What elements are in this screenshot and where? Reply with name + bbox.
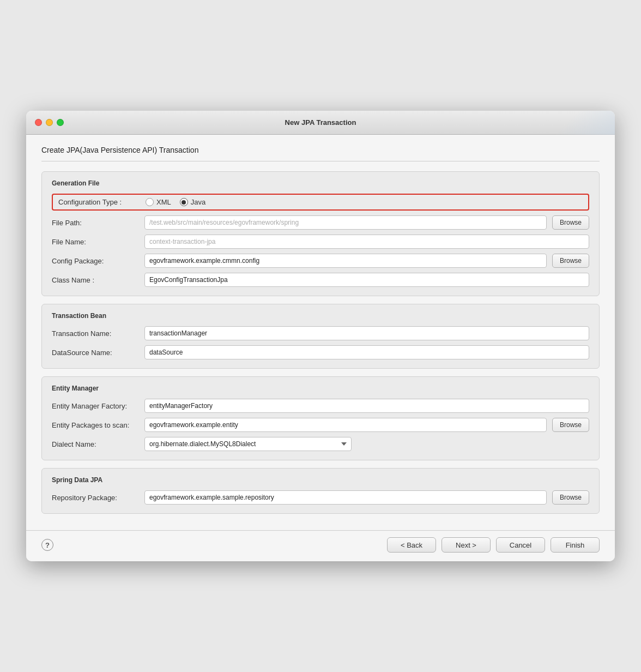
radio-xml-label: XML [156,198,171,206]
footer: ? < Back Next > Cancel Finish [26,530,615,561]
main-window: New JPA Transaction Create JPA(Java Pers… [26,111,615,561]
title-bar-gradient [539,111,615,135]
dialect-name-label: Dialect Name: [52,440,144,448]
datasource-name-label: DataSource Name: [52,349,144,357]
file-path-row: File Path: Browse [52,215,589,230]
entity-manager-title: Entity Manager [52,385,589,392]
config-type-label: Configuration Type : [58,198,146,206]
footer-buttons: < Back Next > Cancel Finish [387,537,600,553]
class-name-row: Class Name : [52,273,589,287]
maximize-button[interactable] [57,119,64,126]
page-subtitle: Create JPA(Java Persistence API) Transac… [41,146,600,161]
config-type-row: Configuration Type : XML Java [52,194,589,211]
transaction-name-row: Transaction Name: [52,326,589,340]
entity-packages-label: Entity Packages to scan: [52,421,144,429]
repository-package-row: Repository Package: Browse [52,490,589,505]
generation-file-title: Generation File [52,179,589,187]
dialect-name-row: Dialect Name: org.hibernate.dialect.MySQ… [52,437,589,451]
config-type-radio-group: XML Java [146,198,205,206]
entity-packages-row: Entity Packages to scan: Browse [52,418,589,432]
radio-xml[interactable]: XML [146,198,171,206]
cancel-button[interactable]: Cancel [496,537,545,553]
dialect-name-select[interactable]: org.hibernate.dialect.MySQL8Dialect org.… [144,437,352,451]
entity-manager-section: Entity Manager Entity Manager Factory: E… [41,376,600,460]
entity-factory-input[interactable] [144,399,589,413]
help-button[interactable]: ? [41,539,53,551]
next-button[interactable]: Next > [442,537,491,553]
minimize-button[interactable] [46,119,53,126]
transaction-bean-title: Transaction Bean [52,312,589,320]
file-path-input[interactable] [144,215,547,230]
radio-java[interactable]: Java [180,198,205,206]
window-body: Create JPA(Java Persistence API) Transac… [26,135,615,530]
class-name-input[interactable] [144,273,589,287]
finish-button[interactable]: Finish [551,537,600,553]
footer-left: ? [41,539,53,551]
spring-data-jpa-section: Spring Data JPA Repository Package: Brow… [41,468,600,514]
spring-data-jpa-title: Spring Data JPA [52,476,589,484]
file-name-input[interactable] [144,235,589,249]
back-button[interactable]: < Back [387,537,436,553]
file-name-row: File Name: [52,235,589,249]
radio-xml-circle[interactable] [146,198,154,206]
entity-packages-browse-button[interactable]: Browse [552,418,589,432]
file-path-label: File Path: [52,219,144,227]
file-path-browse-button[interactable]: Browse [552,215,589,230]
repository-package-browse-button[interactable]: Browse [552,490,589,505]
config-package-row: Config Package: Browse [52,254,589,268]
repository-package-input[interactable] [144,490,547,505]
title-bar: New JPA Transaction [26,111,615,135]
entity-factory-label: Entity Manager Factory: [52,402,144,410]
entity-packages-input[interactable] [144,418,547,432]
radio-java-circle[interactable] [180,198,188,206]
entity-factory-row: Entity Manager Factory: [52,399,589,413]
file-name-label: File Name: [52,238,144,246]
traffic-lights [35,119,64,126]
config-package-browse-button[interactable]: Browse [552,254,589,268]
transaction-name-label: Transaction Name: [52,329,144,338]
datasource-name-input[interactable] [144,345,589,359]
class-name-label: Class Name : [52,276,144,284]
config-package-label: Config Package: [52,257,144,265]
transaction-name-input[interactable] [144,326,589,340]
repository-package-label: Repository Package: [52,494,144,502]
config-package-input[interactable] [144,254,547,268]
radio-java-label: Java [191,198,205,206]
generation-file-section: Generation File Configuration Type : XML… [41,171,600,296]
transaction-bean-section: Transaction Bean Transaction Name: DataS… [41,304,600,369]
datasource-name-row: DataSource Name: [52,345,589,359]
close-button[interactable] [35,119,42,126]
window-title: New JPA Transaction [35,118,606,127]
